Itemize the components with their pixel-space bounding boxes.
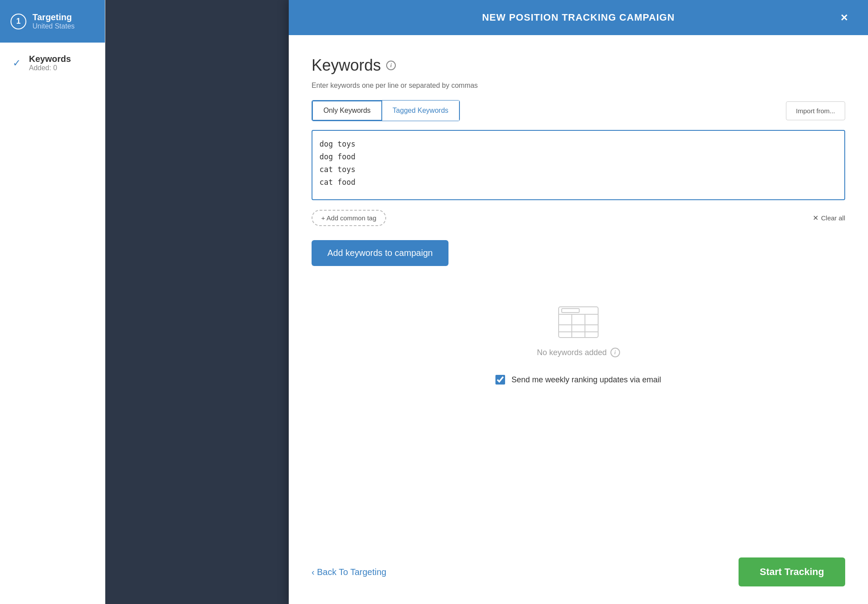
modal: NEW POSITION TRACKING CAMPAIGN × Keyword…	[289, 0, 868, 604]
email-checkbox[interactable]	[495, 375, 505, 385]
empty-state-info-icon[interactable]: i	[610, 348, 620, 357]
keywords-sidebar-subtitle: Added: 0	[29, 64, 71, 72]
modal-title: NEW POSITION TRACKING CAMPAIGN	[320, 12, 836, 23]
add-keywords-button[interactable]: Add keywords to campaign	[312, 240, 448, 266]
sidebar-item-targeting[interactable]: 1 Targeting United States	[0, 0, 105, 43]
tab-tagged-keywords[interactable]: Tagged Keywords	[382, 101, 459, 121]
tag-row: + Add common tag ✕ Clear all	[312, 210, 845, 226]
empty-state: No keywords added i	[312, 287, 845, 375]
modal-header: NEW POSITION TRACKING CAMPAIGN ×	[289, 0, 868, 35]
step-number: 1	[11, 14, 26, 29]
empty-state-text: No keywords added i	[537, 348, 620, 357]
back-to-targeting-button[interactable]: ‹ Back To Targeting	[312, 567, 386, 577]
tabs-row: Only Keywords Tagged Keywords Import fro…	[312, 100, 845, 121]
check-icon: ✓	[11, 57, 23, 69]
email-checkbox-label: Send me weekly ranking updates via email	[511, 375, 661, 385]
modal-footer: ‹ Back To Targeting Start Tracking	[289, 545, 868, 604]
tab-only-keywords[interactable]: Only Keywords	[312, 101, 382, 121]
targeting-subtitle: United States	[32, 22, 75, 30]
keywords-info-icon[interactable]: i	[386, 61, 396, 70]
keywords-textarea[interactable]: dog toys dog food cat toys cat food	[312, 130, 845, 200]
import-button[interactable]: Import from...	[786, 101, 845, 120]
modal-body: Keywords i Enter keywords one per line o…	[289, 35, 868, 545]
clear-all-x-icon: ✕	[813, 214, 818, 222]
keyword-tabs: Only Keywords Tagged Keywords	[312, 100, 460, 121]
empty-grid-icon	[556, 305, 600, 340]
keywords-title: Keywords	[312, 56, 381, 75]
close-button[interactable]: ×	[836, 10, 852, 25]
keywords-heading-row: Keywords i	[312, 56, 845, 75]
email-checkbox-row: Send me weekly ranking updates via email	[312, 375, 845, 385]
keywords-subtitle: Enter keywords one per line or separated…	[312, 82, 845, 90]
svg-rect-0	[559, 307, 598, 338]
add-tag-button[interactable]: + Add common tag	[312, 210, 386, 226]
sidebar-item-keywords[interactable]: ✓ Keywords Added: 0	[0, 43, 105, 83]
keywords-sidebar-title: Keywords	[29, 54, 71, 64]
targeting-title: Targeting	[32, 12, 75, 22]
sidebar: 1 Targeting United States ✓ Keywords Add…	[0, 0, 105, 604]
svg-rect-6	[562, 309, 579, 313]
start-tracking-button[interactable]: Start Tracking	[739, 557, 845, 586]
clear-all-button[interactable]: ✕ Clear all	[813, 214, 845, 222]
